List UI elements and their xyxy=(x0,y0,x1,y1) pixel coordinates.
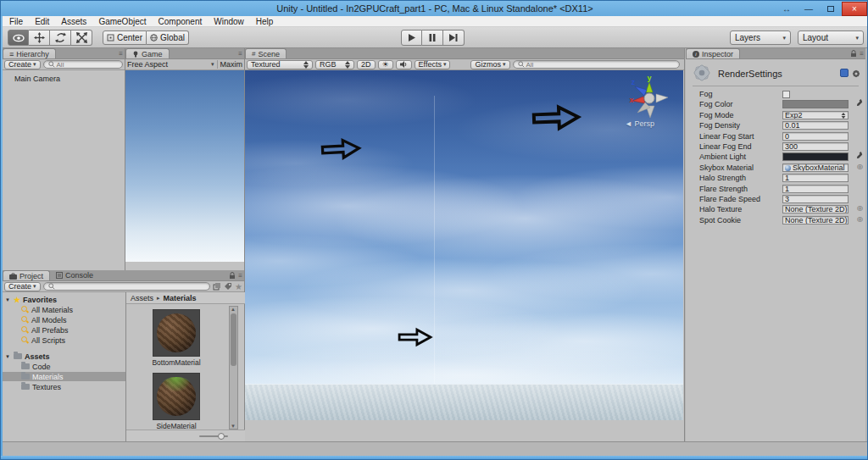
close-button[interactable]: × xyxy=(842,2,867,16)
halo-texture-object-field[interactable]: None (Texture 2D) xyxy=(782,205,849,213)
slider-knob[interactable] xyxy=(218,433,225,440)
scale-tool-button[interactable] xyxy=(71,30,92,46)
lock-icon[interactable] xyxy=(229,272,236,280)
fog-color-swatch[interactable] xyxy=(782,100,849,108)
tab-console[interactable]: Console xyxy=(50,270,99,280)
search-by-label-icon[interactable] xyxy=(224,282,232,291)
menu-file[interactable]: File xyxy=(9,17,23,26)
effects-dropdown[interactable]: Effects▾ xyxy=(415,60,451,69)
object-picker-icon[interactable]: ◎ xyxy=(857,215,863,223)
scene-search-input[interactable]: All xyxy=(513,60,681,69)
minimize-button[interactable]: — xyxy=(798,2,820,16)
color-mode-dropdown[interactable]: RGB xyxy=(315,60,354,69)
maximize-button[interactable] xyxy=(820,2,842,16)
assets-folder-textures[interactable]: Textures xyxy=(3,382,125,391)
hierarchy-search-input[interactable]: All xyxy=(43,60,123,69)
linear-fog-start-field[interactable]: 0 xyxy=(782,132,849,141)
tab-inspector[interactable]: i Inspector xyxy=(686,48,740,58)
asset-bottommaterial[interactable] xyxy=(153,309,200,357)
project-splitter[interactable] xyxy=(125,292,126,441)
play-button[interactable] xyxy=(401,30,422,46)
main-toolbar: Center Global Layers▾ Layout▾ xyxy=(3,27,867,48)
panel-menu-icon[interactable]: ≡ xyxy=(119,50,123,58)
vertical-scrollbar[interactable]: ▲ ▼ xyxy=(229,306,238,430)
menu-edit[interactable]: Edit xyxy=(35,17,49,26)
spot-cookie-object-field[interactable]: None (Texture 2D) xyxy=(782,216,849,224)
audio-toggle-button[interactable] xyxy=(396,60,412,69)
object-picker-icon[interactable]: ◎ xyxy=(857,204,863,212)
scene-viewport[interactable]: y z x ◄ Persp xyxy=(245,70,683,420)
search-favorites-icon[interactable]: ★ xyxy=(235,282,242,291)
pause-button[interactable] xyxy=(422,30,443,46)
fog-density-field[interactable]: 0.01 xyxy=(782,121,849,130)
inspector-row-spot-cookie: Spot Cookie None (Texture 2D) ◎ xyxy=(686,215,865,225)
menu-gameobject[interactable]: GameObject xyxy=(98,17,146,26)
inspector-header-title: RenderSettings xyxy=(718,69,782,79)
search-icon xyxy=(48,283,55,290)
fog-checkbox[interactable] xyxy=(782,91,790,98)
aspect-dropdown[interactable]: Free Aspect xyxy=(127,60,209,69)
project-toolbar: Create▾ ★ xyxy=(3,281,244,292)
breadcrumb-assets[interactable]: Assets xyxy=(131,294,153,302)
panel-menu-icon[interactable]: ≡ xyxy=(238,50,242,58)
search-by-type-icon[interactable] xyxy=(213,282,221,291)
maximize-on-play-toggle[interactable]: Maxim xyxy=(217,60,243,69)
assets-folder-code[interactable]: Code xyxy=(3,362,125,371)
flare-fade-speed-field[interactable]: 3 xyxy=(782,195,849,203)
favorites-all-prefabs[interactable]: All Prefabs xyxy=(21,325,243,335)
scene-orientation-gizmo[interactable]: y z x xyxy=(624,74,673,121)
scroll-down-icon[interactable]: ▼ xyxy=(231,424,236,429)
layout-dropdown[interactable]: Layout▾ xyxy=(798,30,864,45)
lighting-toggle-button[interactable]: ☀ xyxy=(378,60,393,69)
gear-icon[interactable] xyxy=(852,69,860,78)
2d-toggle-button[interactable]: 2D xyxy=(357,60,376,69)
tab-hierarchy[interactable]: ≡ Hierarchy xyxy=(3,48,56,58)
panel-menu-icon[interactable]: ≡ xyxy=(860,50,864,58)
project-create-button[interactable]: Create▾ xyxy=(4,282,41,291)
title-bar[interactable]: Unity - Untitled - In2GPUCraft_part1 - P… xyxy=(1,1,868,16)
ambient-light-swatch[interactable] xyxy=(782,152,849,161)
skybox-material-object-field[interactable]: SkyboxMaterial xyxy=(782,163,849,172)
menu-help[interactable]: Help xyxy=(256,17,274,26)
menu-window[interactable]: Window xyxy=(214,17,244,26)
eyedropper-icon[interactable] xyxy=(856,99,863,108)
favorites-all-scripts[interactable]: All Scripts xyxy=(21,335,243,345)
move-tool-button[interactable] xyxy=(29,30,50,46)
pivot-global-button[interactable]: Global xyxy=(147,30,189,45)
help-book-icon[interactable] xyxy=(840,69,849,77)
tab-scene[interactable]: # Scene xyxy=(245,48,287,58)
breadcrumb-materials[interactable]: Materials xyxy=(164,294,197,302)
gizmos-dropdown[interactable]: Gizmos▾ xyxy=(470,60,509,69)
eyedropper-icon[interactable] xyxy=(856,152,863,160)
layers-dropdown[interactable]: Layers▾ xyxy=(730,30,791,45)
render-mode-dropdown[interactable]: Textured xyxy=(247,60,313,69)
asset-sidematerial[interactable] xyxy=(153,373,200,420)
halo-strength-field[interactable]: 1 xyxy=(782,174,849,182)
pan-tool-button[interactable] xyxy=(8,30,29,46)
menu-assets[interactable]: Assets xyxy=(61,17,86,26)
hierarchy-item-main-camera[interactable]: Main Camera xyxy=(3,74,124,83)
assets-folder-materials[interactable]: Materials xyxy=(3,372,125,381)
step-button[interactable] xyxy=(443,30,465,46)
scrollbar-thumb[interactable] xyxy=(231,313,236,366)
tab-project[interactable]: Project xyxy=(3,270,50,280)
rotate-tool-button[interactable] xyxy=(50,30,71,46)
linear-fog-end-field[interactable]: 300 xyxy=(782,142,849,151)
favorites-all-models[interactable]: All Models xyxy=(21,315,243,324)
pivot-center-button[interactable]: Center xyxy=(103,30,147,45)
object-picker-icon[interactable]: ◎ xyxy=(857,163,863,170)
game-viewport[interactable] xyxy=(125,70,244,262)
lock-icon[interactable] xyxy=(850,50,857,58)
expander-icon[interactable]: ▼ xyxy=(4,297,11,302)
panel-menu-icon[interactable]: ≡ xyxy=(238,272,242,280)
expander-icon[interactable]: ▼ xyxy=(4,354,11,359)
perspective-label[interactable]: ◄ Persp xyxy=(625,119,679,128)
scroll-up-icon[interactable]: ▲ xyxy=(231,307,236,312)
tab-game[interactable]: Game xyxy=(125,48,170,58)
flare-strength-field[interactable]: 1 xyxy=(782,185,849,193)
menu-component[interactable]: Component xyxy=(159,17,203,26)
favorites-all-materials[interactable]: All Materials xyxy=(21,305,243,314)
fog-mode-dropdown[interactable]: Exp2 xyxy=(782,111,849,119)
hierarchy-create-button[interactable]: Create▾ xyxy=(4,60,41,69)
project-search-input[interactable] xyxy=(43,282,211,291)
